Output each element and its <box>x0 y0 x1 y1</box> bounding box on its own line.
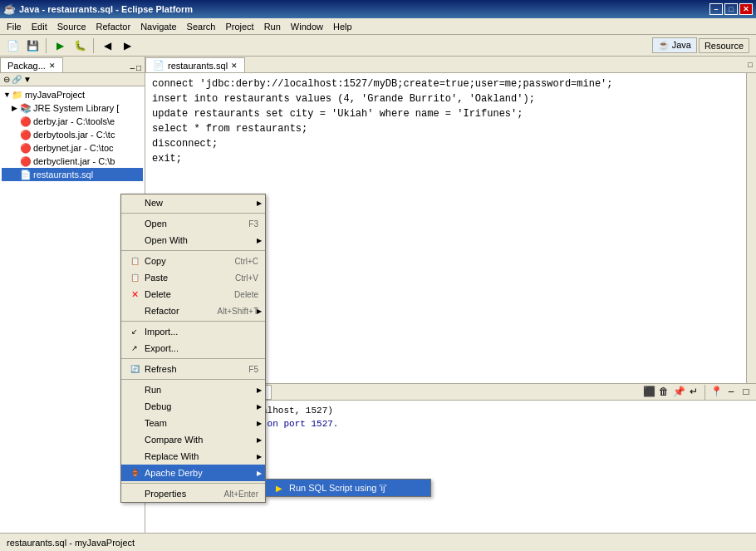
toolbar: 📄 💾 ▶ 🐛 ◀ ▶ ☕ Java Resource <box>0 35 756 57</box>
code-line-6: exit; <box>152 151 739 166</box>
ctx-team[interactable]: Team <box>121 415 265 431</box>
minimize-button[interactable]: – <box>709 3 723 15</box>
menu-bar: File Edit Source Refactor Navigate Searc… <box>0 18 756 35</box>
window-title: Java - restaurants.sql - Eclipse Platfor… <box>19 4 193 14</box>
close-button[interactable]: ✕ <box>739 3 753 15</box>
main-area: Packag... ✕ – □ ⊖ 🔗 ▼ ▼ 📁 myJavaProject … <box>0 57 756 533</box>
run-sql-script-item[interactable]: ▶ Run SQL Script using 'ij' <box>266 480 430 496</box>
ctx-refresh-icon: 🔄 <box>128 362 141 376</box>
console-minimize-btn[interactable]: – <box>724 385 738 398</box>
ctx-debug[interactable]: Debug <box>121 398 265 415</box>
ctx-team-icon <box>128 416 141 430</box>
editor-tab-close[interactable]: ✕ <box>231 61 238 70</box>
new-button[interactable]: 📄 <box>3 37 22 55</box>
run-button[interactable]: ▶ <box>51 37 69 55</box>
console-maximize-btn[interactable]: □ <box>739 385 753 398</box>
ctx-open[interactable]: Open F3 <box>121 215 265 232</box>
ctx-properties-icon <box>128 487 141 500</box>
ctx-derby-icon: 🏺 <box>128 466 141 480</box>
ctx-replace-icon <box>128 450 141 463</box>
view-menu-icon[interactable]: ▼ <box>23 75 32 84</box>
link-editor-icon[interactable]: 🔗 <box>12 75 22 84</box>
resource-perspective[interactable]: Resource <box>699 38 749 53</box>
editor-scrollbar[interactable] <box>746 73 756 383</box>
context-menu: New Open F3 Open With 📋 Copy Ctrl+C 📋 Pa… <box>120 194 266 503</box>
tree-derbyclient-jar[interactable]: 🔴 derbyclient.jar - C:\b <box>2 155 143 168</box>
app-icon: ☕ <box>3 3 16 15</box>
menu-edit[interactable]: Edit <box>27 20 52 33</box>
prev-edit-button[interactable]: ◀ <box>98 37 116 55</box>
menu-search[interactable]: Search <box>182 20 221 33</box>
ctx-run[interactable]: Run <box>121 381 265 398</box>
ctx-compare-with[interactable]: Compare With <box>121 431 265 448</box>
tree-restaurants-sql[interactable]: 📄 restaurants.sql <box>2 168 143 181</box>
ctx-copy[interactable]: 📋 Copy Ctrl+C <box>121 253 265 269</box>
ctx-export[interactable]: ↗ Export... <box>121 340 265 357</box>
code-line-3: update restaurants set city = 'Ukiah' wh… <box>152 106 739 121</box>
ctx-open-icon <box>128 217 141 230</box>
ctx-compare-icon <box>128 433 141 446</box>
ctx-debug-icon <box>128 400 141 413</box>
tree-derbytools-jar[interactable]: 🔴 derbytools.jar - C:\tc <box>2 128 143 141</box>
ctx-paste-icon: 📋 <box>128 271 141 284</box>
java-perspective[interactable]: ☕ Java <box>652 37 697 53</box>
panel-maximize-icon[interactable]: □ <box>136 63 141 72</box>
ctx-refactor-icon <box>128 304 141 317</box>
console-scroll-lock-btn[interactable]: 📌 <box>672 385 685 398</box>
panel-minimize-icon[interactable]: – <box>130 63 135 72</box>
package-explorer-tab[interactable]: Packag... ✕ <box>0 57 63 72</box>
ctx-open-with[interactable]: Open With <box>121 232 265 248</box>
code-line-2: insert into restaurants values (4, 'Gran… <box>152 91 739 106</box>
console-word-wrap-btn[interactable]: ↵ <box>687 385 700 398</box>
ctx-replace-with[interactable]: Replace With <box>121 448 265 465</box>
tree-project[interactable]: ▼ 📁 myJavaProject <box>2 88 143 101</box>
menu-navigate[interactable]: Navigate <box>135 20 181 33</box>
menu-file[interactable]: File <box>2 20 27 33</box>
ctx-refresh[interactable]: 🔄 Refresh F5 <box>121 361 265 377</box>
editor-tab-icon: 📄 <box>153 60 164 71</box>
ctx-open-with-icon <box>128 234 141 247</box>
ctx-paste[interactable]: 📋 Paste Ctrl+V <box>121 269 265 286</box>
console-pin-btn[interactable]: 📍 <box>709 385 723 398</box>
ctx-new[interactable]: New <box>121 194 265 211</box>
run-sql-icon: ▶ <box>272 481 286 494</box>
save-button[interactable]: 💾 <box>23 37 42 55</box>
tree-derby-jar[interactable]: 🔴 derby.jar - C:\tools\e <box>2 115 143 128</box>
menu-refactor[interactable]: Refactor <box>91 20 136 33</box>
debug-button[interactable]: 🐛 <box>71 37 89 55</box>
ctx-import[interactable]: ↙ Import... <box>121 323 265 340</box>
code-line-4: select * from restaurants; <box>152 121 739 136</box>
tree-derbynet-jar[interactable]: 🔴 derbynet.jar - C:\toc <box>2 141 143 155</box>
editor-maximize-icon[interactable]: □ <box>744 57 756 72</box>
collapse-all-icon[interactable]: ⊖ <box>3 75 10 84</box>
console-stop-btn[interactable]: ⬛ <box>642 385 655 398</box>
ctx-apache-derby[interactable]: 🏺 Apache Derby <box>121 465 265 481</box>
title-bar: ☕ Java - restaurants.sql - Eclipse Platf… <box>0 0 756 18</box>
ctx-export-icon: ↗ <box>128 342 141 355</box>
window-controls: – □ ✕ <box>709 3 753 15</box>
status-bar: restaurants.sql - myJavaProject <box>0 533 756 551</box>
menu-project[interactable]: Project <box>220 20 258 33</box>
menu-run[interactable]: Run <box>259 20 286 33</box>
console-clear-btn[interactable]: 🗑 <box>657 385 670 398</box>
package-explorer-tab-bar: Packag... ✕ – □ <box>0 57 145 73</box>
package-explorer-close[interactable]: ✕ <box>49 61 56 70</box>
java-perspective-icon: ☕ <box>658 40 670 50</box>
status-text: restaurants.sql - myJavaProject <box>7 538 135 548</box>
ctx-copy-icon: 📋 <box>128 254 141 268</box>
ctx-delete[interactable]: ✕ Delete Delete <box>121 286 265 303</box>
ctx-properties[interactable]: Properties Alt+Enter <box>121 485 265 502</box>
menu-help[interactable]: Help <box>328 20 357 33</box>
maximize-button[interactable]: □ <box>724 3 738 15</box>
tree-jre[interactable]: ▶ 📚 JRE System Library [ <box>2 101 143 115</box>
apache-derby-submenu: ▶ Run SQL Script using 'ij' <box>265 479 431 497</box>
ctx-import-icon: ↙ <box>128 325 141 338</box>
menu-source[interactable]: Source <box>52 20 91 33</box>
editor-tab-restaurants[interactable]: 📄 restaurants.sql ✕ <box>145 57 245 72</box>
code-line-1: connect 'jdbc:derby://localhost:1527/myD… <box>152 76 739 91</box>
next-edit-button[interactable]: ▶ <box>118 37 136 55</box>
code-line-5: disconnect; <box>152 136 739 151</box>
ctx-refactor[interactable]: Refactor Alt+Shift+T <box>121 303 265 319</box>
ctx-run-icon <box>128 383 141 396</box>
menu-window[interactable]: Window <box>286 20 328 33</box>
